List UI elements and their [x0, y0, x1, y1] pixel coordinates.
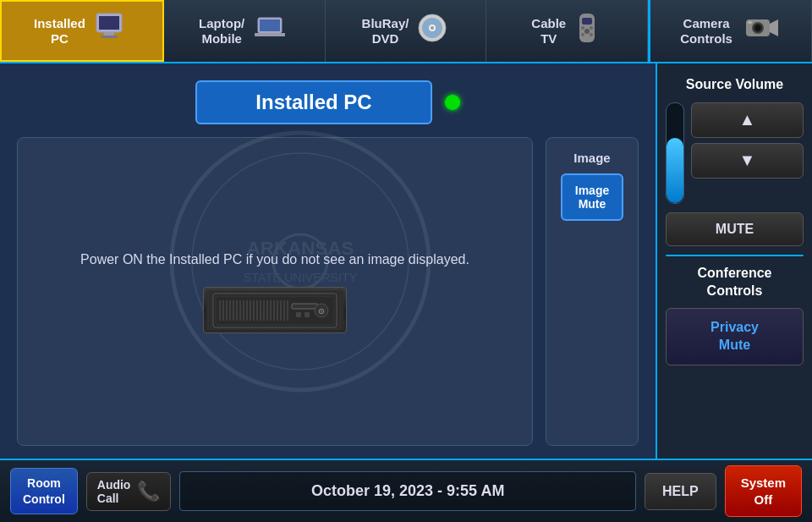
content-panel: Installed PC Power ON the Installed PC i…	[0, 63, 656, 459]
status-indicator	[445, 95, 460, 110]
volume-area: ▲ ▼	[666, 102, 804, 204]
volume-up-icon: ▲	[739, 110, 756, 129]
audio-call-label: Audio Call	[97, 478, 131, 505]
installed-pc-image: ⊙	[203, 287, 347, 333]
pc-icon	[92, 9, 130, 53]
phone-icon: 📞	[137, 481, 160, 503]
svg-rect-23	[748, 21, 752, 24]
conference-controls-title: Conference Controls	[697, 265, 771, 300]
svg-rect-3	[101, 36, 118, 38]
volume-slider-track[interactable]	[666, 102, 684, 204]
volume-slider-fill	[667, 138, 683, 203]
privacy-mute-button[interactable]: Privacy Mute	[666, 308, 804, 365]
volume-down-button[interactable]: ▼	[691, 143, 804, 179]
right-divider	[666, 255, 804, 256]
image-label: Image	[573, 151, 610, 165]
svg-marker-22	[770, 19, 778, 36]
nav-installed-pc[interactable]: Installed PC	[0, 0, 164, 62]
svg-rect-1	[99, 16, 119, 30]
svg-text:⊙: ⊙	[318, 307, 325, 316]
nav-camera-controls[interactable]: Camera Controls	[650, 0, 812, 62]
svg-point-21	[755, 25, 760, 30]
device-instruction: Power ON the Installed PC if you do not …	[80, 250, 469, 270]
nav-laptop-mobile[interactable]: Laptop/ Mobile	[164, 0, 326, 62]
svg-rect-2	[104, 32, 114, 36]
svg-point-14	[581, 26, 584, 30]
volume-down-icon: ▼	[739, 151, 756, 170]
svg-point-13	[584, 29, 590, 34]
remote-icon	[573, 9, 602, 53]
volume-buttons: ▲ ▼	[691, 102, 804, 204]
device-area: Power ON the Installed PC if you do not …	[17, 137, 639, 446]
device-info-box: Power ON the Installed PC if you do not …	[17, 137, 533, 446]
mute-button[interactable]: MUTE	[666, 212, 804, 246]
svg-point-16	[581, 33, 584, 36]
disc-icon	[415, 11, 449, 51]
svg-rect-12	[582, 18, 592, 25]
audio-call-button[interactable]: Audio Call 📞	[86, 472, 172, 511]
image-controls: Image Image Mute	[546, 137, 639, 446]
svg-point-15	[590, 26, 593, 30]
conference-section: Conference Controls Privacy Mute	[666, 265, 804, 365]
svg-rect-53	[296, 312, 301, 317]
source-volume-title: Source Volume	[666, 76, 804, 94]
source-title: Installed PC	[195, 80, 432, 124]
volume-up-button[interactable]: ▲	[691, 102, 804, 138]
image-mute-button[interactable]: Image Mute	[561, 173, 623, 221]
nav-bluray-dvd[interactable]: BluRay/ DVD	[326, 0, 487, 62]
svg-point-17	[590, 33, 593, 36]
help-button[interactable]: HELP	[645, 473, 716, 510]
svg-rect-5	[260, 19, 280, 31]
source-title-bar: Installed PC	[195, 80, 460, 124]
bottom-bar: Room Control Audio Call 📞 October 19, 20…	[0, 459, 812, 522]
main-area: ARKANSAS STATE UNIVERSITY Installed PC P…	[0, 63, 812, 459]
svg-rect-6	[255, 33, 285, 36]
svg-point-10	[431, 26, 434, 30]
room-control-button[interactable]: Room Control	[10, 468, 78, 514]
svg-rect-54	[304, 312, 310, 317]
laptop-icon	[251, 9, 289, 53]
nav-cable-tv[interactable]: Cable TV	[486, 0, 648, 62]
svg-rect-52	[292, 304, 317, 309]
right-panel: Source Volume ▲ ▼ MUTE Conference Contro…	[656, 63, 812, 459]
top-navigation: Installed PC Laptop/ Mobile BluRay/ DVD	[0, 0, 812, 63]
datetime-display: October 19, 2023 - 9:55 AM	[179, 471, 636, 511]
system-off-button[interactable]: System Off	[725, 465, 802, 517]
camera-icon	[739, 11, 782, 51]
